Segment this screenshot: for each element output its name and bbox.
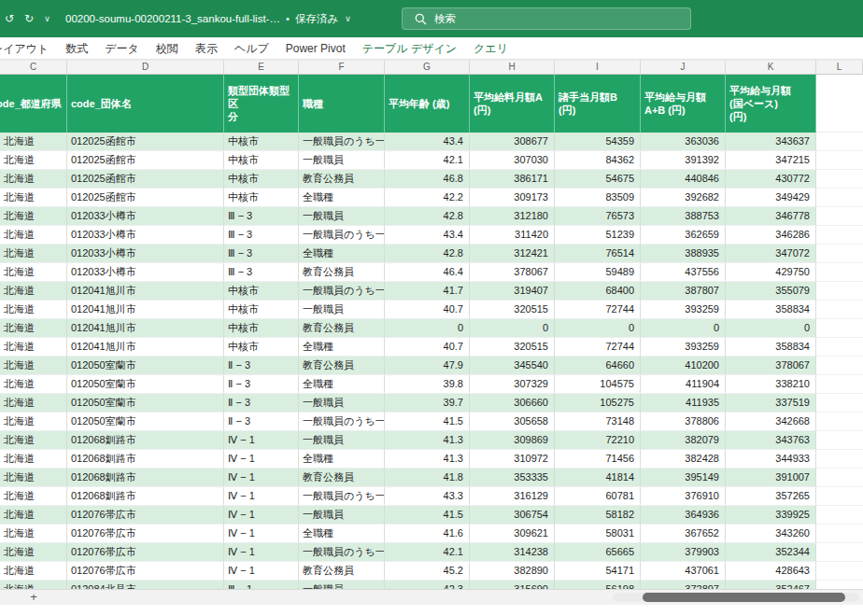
cell-salary-a-plus-b[interactable]: 364936 <box>641 506 726 525</box>
cell-allowance-b[interactable]: 41814 <box>555 469 641 487</box>
cell-municipality[interactable]: 012033小樽市 <box>67 245 224 263</box>
cell-salary-a-plus-b[interactable]: 382079 <box>641 431 726 450</box>
cell-salary-a[interactable]: 305658 <box>470 413 555 431</box>
table-row[interactable]: 北海道 012068釧路市 Ⅳ − 1 一般職員のうち一般行政職 43.3 31… <box>0 487 863 506</box>
tab-power-pivot[interactable]: Power Pivot <box>277 37 354 60</box>
cell-job-type[interactable]: 一般職員のうち一般行政職 <box>299 543 385 562</box>
cell-salary-a[interactable]: 308677 <box>470 133 555 151</box>
cell-salary-a[interactable]: 316129 <box>470 487 555 506</box>
cell-prefecture[interactable]: 北海道 <box>0 450 67 469</box>
cell-job-type[interactable]: 一般職員 <box>299 581 385 589</box>
table-row[interactable]: 北海道 012050室蘭市 Ⅱ − 3 教育公務員 47.9 345540 64… <box>0 357 863 375</box>
cell-salary-a-plus-b[interactable]: 376910 <box>641 487 726 506</box>
cell-class-type[interactable]: Ⅳ − 1 <box>224 506 299 525</box>
cell-salary-national-base[interactable]: 378067 <box>726 357 816 375</box>
cell-empty[interactable] <box>816 506 863 525</box>
cell-municipality[interactable]: 012068釧路市 <box>67 431 224 450</box>
cell-empty[interactable] <box>816 170 863 189</box>
cell-average-age[interactable]: 43.4 <box>385 133 470 151</box>
cell-average-age[interactable]: 46.8 <box>385 170 470 189</box>
cell-salary-a-plus-b[interactable]: 411904 <box>641 375 726 394</box>
cell-empty[interactable] <box>816 562 863 581</box>
cell-salary-a[interactable]: 311420 <box>470 226 555 245</box>
cell-salary-a-plus-b[interactable]: 382428 <box>641 450 726 469</box>
cell-allowance-b[interactable]: 104575 <box>555 375 641 394</box>
cell-average-age[interactable]: 0 <box>385 319 470 338</box>
cell-class-type[interactable]: Ⅱ − 3 <box>224 357 299 375</box>
cell-prefecture[interactable]: 北海道 <box>0 562 67 581</box>
cell-allowance-b[interactable]: 54359 <box>555 133 641 151</box>
cell-salary-a[interactable]: 378067 <box>470 263 555 282</box>
tab-formulas[interactable]: 数式 <box>57 37 96 60</box>
table-row[interactable]: 北海道 012025函館市 中核市 教育公務員 46.8 386171 5467… <box>0 170 863 189</box>
horizontal-scrollbar[interactable] <box>613 593 859 602</box>
cell-prefecture[interactable]: 北海道 <box>0 282 67 301</box>
cell-average-age[interactable]: 41.3 <box>385 431 470 450</box>
cell-empty[interactable] <box>816 319 863 338</box>
cell-salary-a[interactable]: 320515 <box>470 301 555 319</box>
cell-municipality[interactable]: 012041旭川市 <box>67 319 224 338</box>
cell-salary-a-plus-b[interactable]: 410200 <box>641 357 726 375</box>
cell-prefecture[interactable]: 北海道 <box>0 525 67 543</box>
cell-job-type[interactable]: 教育公務員 <box>299 319 385 338</box>
cell-municipality[interactable]: 012033小樽市 <box>67 263 224 282</box>
cell-salary-a-plus-b[interactable]: 388753 <box>641 207 726 226</box>
cell-allowance-b[interactable]: 64660 <box>555 357 641 375</box>
column-header-h[interactable]: H <box>470 61 555 74</box>
cell-average-age[interactable]: 43.3 <box>385 487 470 506</box>
cell-salary-national-base[interactable]: 337519 <box>726 394 816 413</box>
cell-salary-national-base[interactable]: 347215 <box>726 151 816 170</box>
cell-empty[interactable] <box>816 487 863 506</box>
cell-average-age[interactable]: 45.2 <box>385 562 470 581</box>
cell-job-type[interactable]: 全職種 <box>299 375 385 394</box>
cell-municipality[interactable]: 012050室蘭市 <box>67 413 224 431</box>
cell-job-type[interactable]: 教育公務員 <box>299 562 385 581</box>
column-header-k[interactable]: K <box>726 61 816 74</box>
column-header-c[interactable]: C <box>0 61 67 74</box>
cell-salary-national-base[interactable]: 429750 <box>726 263 816 282</box>
table-row[interactable]: 北海道 012068釧路市 Ⅳ − 1 一般職員 41.3 309869 722… <box>0 431 863 450</box>
cell-empty[interactable] <box>816 301 863 319</box>
cell-allowance-b[interactable]: 84362 <box>555 151 641 170</box>
cell-job-type[interactable]: 教育公務員 <box>299 469 385 487</box>
cell-salary-national-base[interactable]: 357265 <box>726 487 816 506</box>
table-row[interactable]: 北海道 012033小樽市 Ⅲ − 3 一般職員のうち一般行政職 43.4 31… <box>0 226 863 245</box>
cell-class-type[interactable]: 中核市 <box>224 338 299 357</box>
table-row[interactable]: 北海道 012041旭川市 中核市 一般職員 40.7 320515 72744… <box>0 301 863 319</box>
cell-job-type[interactable]: 全職種 <box>299 338 385 357</box>
cell-salary-national-base[interactable]: 430772 <box>726 170 816 189</box>
cell-prefecture[interactable]: 北海道 <box>0 506 67 525</box>
cell-average-age[interactable]: 39.7 <box>385 394 470 413</box>
qat-customize-caret-icon[interactable]: ∨ <box>44 14 50 23</box>
cell-municipality[interactable]: 012068釧路市 <box>67 487 224 506</box>
cell-salary-national-base[interactable]: 355079 <box>726 282 816 301</box>
table-row[interactable]: 北海道 012050室蘭市 Ⅱ − 3 全職種 39.8 307329 1045… <box>0 375 863 394</box>
column-header-g[interactable]: G <box>385 61 470 74</box>
cell-municipality[interactable]: 012076帯広市 <box>67 506 224 525</box>
cell-class-type[interactable]: Ⅲ − 3 <box>224 226 299 245</box>
cell-municipality[interactable]: 012076帯広市 <box>67 562 224 581</box>
cell-class-type[interactable]: Ⅳ − 1 <box>224 469 299 487</box>
cell-empty[interactable] <box>816 469 863 487</box>
cell-salary-a-plus-b[interactable]: 387807 <box>641 282 726 301</box>
tab-table-design[interactable]: テーブル デザイン <box>354 37 465 60</box>
table-row[interactable]: 北海道 012076帯広市 Ⅳ − 1 教育公務員 45.2 382890 54… <box>0 562 863 581</box>
cell-municipality[interactable]: 012041旭川市 <box>67 301 224 319</box>
cell-empty[interactable] <box>816 189 863 207</box>
cell-salary-a-plus-b[interactable]: 392682 <box>641 189 726 207</box>
cell-average-age[interactable]: 40.7 <box>385 338 470 357</box>
cell-average-age[interactable]: 41.7 <box>385 282 470 301</box>
cell-empty[interactable] <box>816 450 863 469</box>
cell-average-age[interactable]: 42.2 <box>385 189 470 207</box>
table-row[interactable]: 北海道 012050室蘭市 Ⅱ − 3 一般職員のうち一般行政職 41.5 30… <box>0 413 863 431</box>
cell-prefecture[interactable]: 北海道 <box>0 357 67 375</box>
cell-salary-a[interactable]: 306754 <box>470 506 555 525</box>
cell-class-type[interactable]: Ⅳ − 1 <box>224 525 299 543</box>
cell-class-type[interactable]: Ⅳ − 1 <box>224 543 299 562</box>
cell-prefecture[interactable]: 北海道 <box>0 170 67 189</box>
tab-view[interactable]: 表示 <box>187 37 226 60</box>
cell-allowance-b[interactable]: 71456 <box>555 450 641 469</box>
cell-salary-a-plus-b[interactable]: 393259 <box>641 338 726 357</box>
cell-salary-national-base[interactable]: 0 <box>726 319 816 338</box>
new-sheet-button[interactable]: + <box>26 590 41 604</box>
